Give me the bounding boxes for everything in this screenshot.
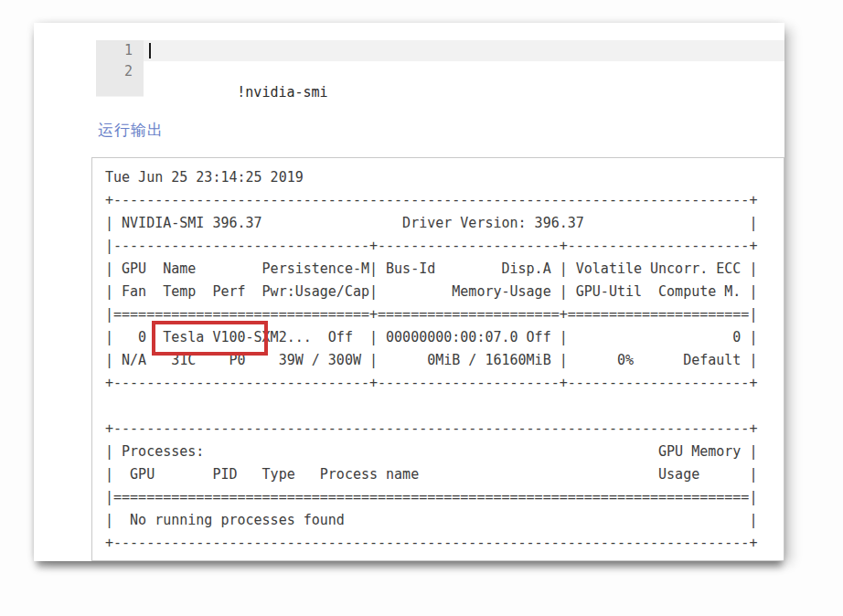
code-line-2-text: !nvidia-smi bbox=[237, 84, 327, 101]
nvidia-smi-output-text: Tue Jun 25 23:14:25 2019 +--------------… bbox=[92, 158, 784, 561]
code-area[interactable]: !nvidia-smi bbox=[144, 40, 784, 97]
line-number-1: 1 bbox=[96, 40, 133, 61]
line-number-gutter: 1 2 bbox=[96, 40, 144, 97]
run-output-label: 运行输出 bbox=[98, 120, 164, 141]
line-number-2: 2 bbox=[96, 61, 133, 82]
code-editor[interactable]: 1 2 !nvidia-smi bbox=[96, 40, 784, 97]
output-box: Tue Jun 25 23:14:25 2019 +--------------… bbox=[91, 157, 784, 561]
text-cursor bbox=[149, 43, 151, 58]
page-background: 1 2 !nvidia-smi 运行输出 Tue Jun 25 23:14:25… bbox=[0, 0, 843, 616]
notebook-cell-card: 1 2 !nvidia-smi 运行输出 Tue Jun 25 23:14:25… bbox=[34, 23, 784, 561]
code-line-1[interactable] bbox=[144, 40, 784, 61]
code-line-2[interactable]: !nvidia-smi bbox=[144, 61, 784, 82]
